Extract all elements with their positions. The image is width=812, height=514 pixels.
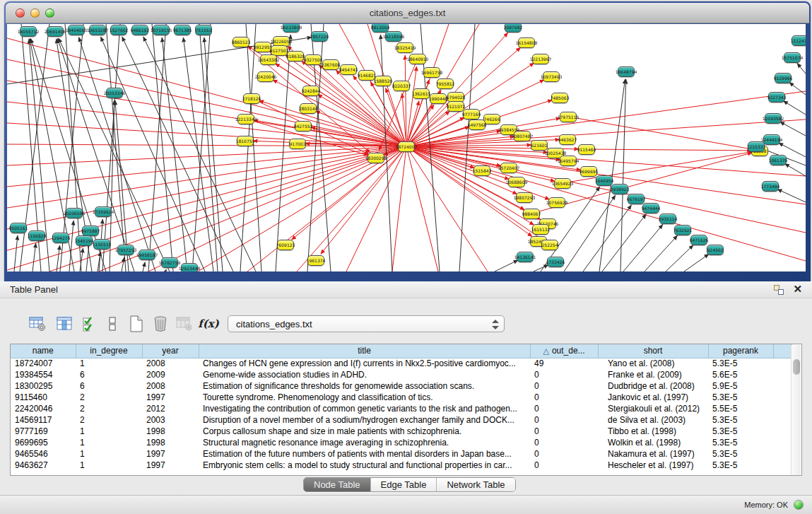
graph-node[interactable]: 12923448 [181,263,198,271]
graph-node[interactable]: 9975887 [82,226,99,236]
graph-node[interactable]: 8912955 [254,42,271,52]
tab-network-table[interactable]: Network Table [437,478,514,491]
graph-node[interactable]: 18640910 [409,54,426,64]
column-header-year[interactable]: year [142,344,199,358]
row-select-icon[interactable] [79,314,100,334]
graph-node[interactable]: 16543382 [260,54,277,65]
window-titlebar[interactable]: citations_edges.txt [6,3,809,23]
graph-node[interactable]: 1810755 [237,136,254,146]
graph-node[interactable]: 16782759 [161,257,178,268]
graph-node[interactable]: 9699695 [580,166,597,177]
graph-node[interactable]: 9884067 [523,209,540,219]
graph-node[interactable]: 16154808 [518,37,535,48]
graph-node[interactable]: 2718126 [243,93,260,104]
graph-node[interactable]: 8505161 [10,223,27,233]
graph-node[interactable]: 10807487 [514,131,531,141]
graph-node[interactable]: 1210331 [748,141,765,152]
column-header-short[interactable]: short [598,344,708,358]
graph-node[interactable]: 1156829 [28,230,45,241]
graph-node[interactable]: 15720407 [500,163,517,173]
graph-node[interactable]: 9115460 [578,144,595,155]
graph-node[interactable]: 12093582 [765,113,782,124]
graph-node[interactable]: 10973493 [543,71,560,82]
table-row[interactable]: 969969511998Structural magnetic resonanc… [11,437,792,448]
graph-node[interactable]: 1545194 [76,235,93,246]
table-row[interactable]: 946362711997Embryonic stem cells: a mode… [11,460,792,471]
graph-node[interactable]: 8471626 [690,235,707,245]
graph-node[interactable]: 8427552 [295,121,312,132]
graph-node[interactable]: 2803144 [300,103,317,114]
graph-node[interactable]: 17359924 [95,206,112,217]
column-header-title[interactable]: title [199,344,530,358]
graph-node[interactable]: 9121072 [447,101,464,112]
graph-node[interactable]: 20691406 [47,26,64,37]
graph-node[interactable]: 8860123 [233,37,249,47]
graph-node[interactable]: 10688609 [508,177,525,187]
graph-node[interactable]: 14055712 [20,26,37,37]
graph-node[interactable]: 17975115 [560,112,577,122]
graph-node[interactable]: 16033809 [283,24,300,33]
graph-node[interactable]: 8220337 [393,81,410,91]
graph-node[interactable]: 18300295 [367,153,384,163]
graph-node[interactable]: 18724007 [398,141,415,152]
table-row[interactable]: 1456911722003Disruption of a novel membe… [11,414,792,426]
graph-node[interactable]: 19958187 [139,250,155,260]
graph-node[interactable]: 22420046 [257,71,274,82]
graph-node[interactable]: 9129966 [775,73,792,83]
graph-node[interactable]: 10756928 [548,197,565,208]
table-row[interactable]: 2242004622012Investigating the contribut… [11,403,792,414]
graph-node[interactable]: 12213967 [532,54,549,64]
graph-node[interactable]: 16495794 [560,156,577,166]
graph-node[interactable]: 8454743 [340,64,357,75]
table-row[interactable]: 1872400712008Changes of HCN gene express… [11,358,792,369]
column-header-pagerank[interactable]: pagerank [708,344,773,358]
graph-node[interactable]: 19404065 [68,25,85,35]
table-row[interactable]: 946554611997Estimation of the future num… [11,448,792,460]
graph-node[interactable]: 2935114 [659,214,676,224]
graph-node[interactable]: 14136141 [517,252,534,262]
graph-node[interactable]: 19218596 [385,31,402,42]
delete-table-icon[interactable] [150,314,171,334]
graph-node[interactable]: 18325419 [396,42,413,53]
graph-node[interactable]: 15751074 [784,52,801,63]
merge-rows-icon[interactable] [102,314,123,334]
graph-node[interactable]: 10719155 [153,25,170,35]
graph-node[interactable]: 13654923 [554,178,571,189]
table-vertical-scrollbar[interactable] [791,345,801,475]
graph-node[interactable]: 252254 [541,240,558,250]
graph-node[interactable]: 18807293 [516,192,533,203]
table-selector-dropdown[interactable]: citations_edges.txt [228,315,505,332]
graph-node[interactable]: 16648794 [618,66,635,77]
graph-node[interactable]: 1294275 [52,233,69,243]
graph-node[interactable]: 8186328 [287,51,304,62]
column-visibility-icon[interactable] [54,314,75,334]
graph-node[interactable]: 10653287 [89,25,106,35]
table-row[interactable]: 911546021997Tourette syndrome. Phenomeno… [11,392,792,403]
graph-node[interactable]: 9227343 [768,92,785,103]
table-options-icon[interactable] [27,314,48,334]
graph-node[interactable]: 7485063 [551,93,568,103]
graph-node[interactable]: 1061376 [770,155,787,165]
new-table-icon[interactable] [126,314,147,334]
float-panel-icon[interactable] [774,285,784,295]
graph-node[interactable]: 1527602 [110,25,127,35]
graph-node[interactable]: 2087682 [505,24,522,33]
graph-node[interactable]: 1733426 [547,257,564,267]
graph-node[interactable]: 751552 [195,25,212,35]
graph-node[interactable]: 621601 [531,140,548,151]
graph-node[interactable]: 6497568 [469,119,486,130]
table-row[interactable]: 977716911998Corpus callosum shape and si… [11,426,792,437]
graph-node[interactable]: 12444194 [763,134,780,145]
graph-node[interactable]: 9146821 [358,70,375,81]
close-panel-icon[interactable]: ✕ [793,284,802,295]
tab-edge-table[interactable]: Edge Table [371,478,437,491]
graph-node[interactable]: 12213343 [237,114,254,124]
graph-node[interactable]: 924502 [707,245,724,255]
graph-node[interactable]: 1150515 [93,239,110,250]
graph-node[interactable]: 17957253 [117,245,134,255]
graph-node[interactable]: 16961758 [423,67,440,78]
graph-node[interactable]: 917003 [289,139,306,149]
graph-node[interactable]: 9463627 [559,134,576,145]
graph-node[interactable]: 1990448 [430,93,447,104]
column-header-out_degree[interactable]: △out_de... [530,344,598,358]
